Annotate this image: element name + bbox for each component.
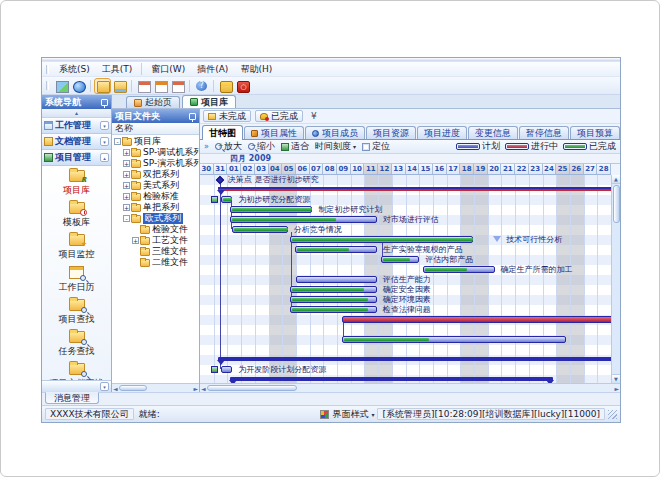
gantt-horizontal-scrollbar[interactable]: ◄ ► [200,383,620,392]
globe-icon[interactable] [71,79,86,93]
tree-node-8[interactable]: 检验文件 [112,224,199,235]
tree-node-7[interactable]: -欧式系列 [112,213,199,224]
tree-node-5[interactable]: +检验标准 [112,191,199,202]
menu-item-4[interactable]: 帮助(H) [234,62,278,77]
pin-icon[interactable] [101,99,108,106]
chevron-down-icon[interactable]: ▾ [371,411,374,418]
gantt-bar[interactable] [296,276,377,283]
picture-icon[interactable] [54,79,69,93]
project-view-icon[interactable] [112,79,127,93]
message-management-tab[interactable]: 消息管理 [45,392,99,404]
pin-icon[interactable] [189,113,196,120]
tree-column-header[interactable]: 名称 [112,123,199,135]
gantt-bar[interactable] [290,306,376,313]
zoom-out-button[interactable]: 缩小 [248,140,275,153]
fit-button[interactable]: 适合 [281,140,309,153]
zoom-in-button[interactable]: 放大 [215,140,242,153]
gantt-summary-bar[interactable] [230,377,553,383]
calendar-search-icon[interactable] [170,79,185,93]
gantt-bar[interactable] [295,246,377,253]
gantt-bar[interactable] [290,296,376,303]
chevron-down-icon[interactable]: ▾ [100,137,109,146]
gantt-tab-4[interactable]: 项目进度 [417,126,467,139]
tree-node-3[interactable]: +双把系列 [112,169,199,180]
chevron-up-icon[interactable]: ▴ [100,153,109,162]
time-scale-button[interactable]: 时间刻度▾ [315,140,356,153]
gantt-tab-0[interactable]: 甘特图 [202,125,243,140]
gantt-tab-3[interactable]: 项目资源 [366,126,416,139]
tree-expander-icon[interactable]: + [132,237,139,244]
tree-expander-icon[interactable]: + [123,193,130,200]
window-resize-grip[interactable] [608,410,617,419]
tree-node-1[interactable]: +SP-调试机系列 [112,147,199,158]
gantt-bar[interactable] [290,236,472,243]
filter-button-1[interactable]: 已完成 [255,110,303,122]
gantt-milestone[interactable] [216,176,224,184]
menu-item-3[interactable]: 插件(A) [191,62,234,77]
gantt-tab-7[interactable]: 项目预算 [570,126,620,139]
gantt-bar[interactable] [221,366,232,373]
exit-icon[interactable] [235,79,250,93]
tree-expander-icon[interactable]: + [123,182,130,189]
gantt-bar[interactable] [230,216,377,223]
scrollbar-thumb[interactable] [119,385,147,391]
chevron-down-icon[interactable]: ▾ [100,121,109,130]
doc-tab-1[interactable]: 项目库 [182,95,236,108]
tree-node-2[interactable]: +SP-演示机系列 [112,158,199,169]
sidebar-item-4[interactable]: 项目查找 [42,297,111,329]
scrollbar-thumb[interactable] [613,185,620,223]
gantt-bar[interactable] [381,256,419,263]
gantt-tab-6[interactable]: 暂停信息 [519,126,569,139]
tree-expander-icon[interactable]: + [123,160,130,167]
tree-node-0[interactable]: -项目库 [112,136,199,147]
tree-horizontal-scrollbar[interactable]: ◄ ► [112,383,199,392]
gantt-tab-5[interactable]: 变更信息 [468,126,518,139]
gantt-summary-bar[interactable] [218,357,611,365]
scrollbar-thumb[interactable] [207,385,297,391]
scroll-right-icon[interactable]: ► [193,385,198,392]
sidebar-collapse-strip[interactable]: ▴ [42,109,111,118]
sidebar-item-6[interactable]: 项目文档查找 [42,361,111,380]
scroll-left-icon[interactable]: ◄ [201,385,206,392]
gantt-bar[interactable] [342,316,611,323]
gantt-bar[interactable] [423,266,494,273]
scroll-down-icon[interactable]: ▼ [612,374,620,383]
gantt-bar[interactable] [230,206,312,213]
sidebar-item-3[interactable]: 工作日历 [42,264,111,297]
scroll-right-icon[interactable]: ► [614,385,619,392]
sidebar-item-5[interactable]: 任务查找 [42,329,111,361]
gantt-summary-bar[interactable] [218,187,611,195]
sidebar-group-0[interactable]: 工作管理▾ [42,118,111,134]
tree-expander-icon[interactable]: + [123,149,130,156]
calendar-open-icon[interactable] [153,79,168,93]
menu-item-2[interactable]: 窗口(W) [145,62,191,77]
menu-item-0[interactable]: 系统(S) [53,62,96,77]
filter-button-0[interactable]: 未完成 [203,110,251,122]
scroll-up-icon[interactable]: ▲ [612,175,620,184]
gantt-bar[interactable] [221,196,232,203]
tree-expander-icon[interactable]: + [123,204,130,211]
gantt-tab-2[interactable]: 项目成员 [305,126,365,139]
gantt-vertical-scrollbar[interactable]: ▲ ▼ [611,175,620,383]
locate-button[interactable]: 定位 [362,140,390,153]
tree-node-9[interactable]: +工艺文件 [112,235,199,246]
chevron-down-icon[interactable]: ▾ [100,382,109,391]
tree-node-6[interactable]: +单把系列 [112,202,199,213]
gantt-bar[interactable] [342,336,565,343]
filter-more-button[interactable]: ¥ [307,111,321,121]
tree-node-10[interactable]: 三维文件 [112,246,199,257]
doc-tab-0[interactable]: 起始页 [126,96,180,108]
sidebar-group-1[interactable]: 文档管理▾ [42,134,111,150]
sidebar-item-0[interactable]: R项目库 [42,168,111,200]
lock-icon[interactable] [218,79,233,93]
scroll-left-icon[interactable]: ◄ [113,385,118,392]
ui-style-button[interactable]: 界面样式 [332,408,368,421]
help-icon[interactable] [194,79,209,93]
gantt-bar[interactable] [232,226,288,233]
gantt-bar[interactable] [290,286,376,293]
tree-expander-icon[interactable]: - [114,138,121,145]
sidebar-group-2[interactable]: 项目管理▴ [42,150,111,166]
tree-node-4[interactable]: +美式系列 [112,180,199,191]
gantt-tab-1[interactable]: 项目属性 [244,126,304,139]
sidebar-item-1[interactable]: 模板库 [42,200,111,232]
